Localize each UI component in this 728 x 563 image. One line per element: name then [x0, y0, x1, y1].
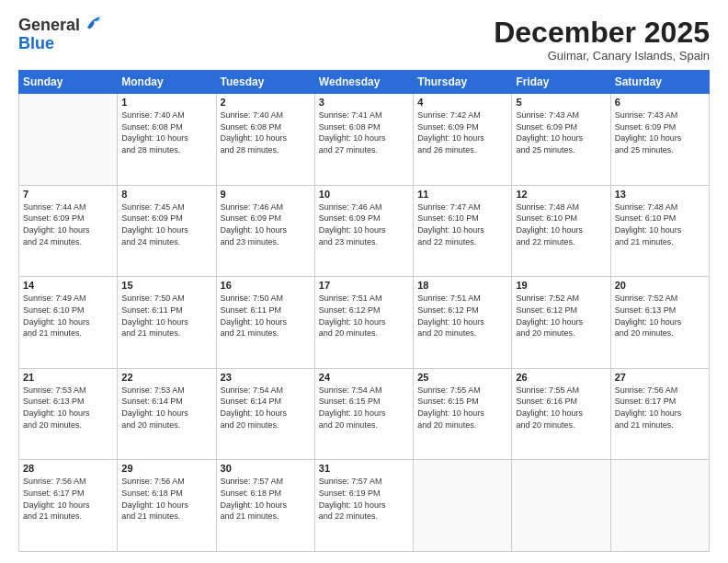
calendar-header-sunday: Sunday [19, 71, 118, 94]
header: General Blue December 2025 Guimar, Canar… [18, 17, 710, 63]
logo-general: General [18, 17, 80, 35]
day-number: 21 [23, 372, 113, 383]
calendar-header-tuesday: Tuesday [216, 71, 314, 94]
calendar-cell: 4Sunrise: 7:42 AM Sunset: 6:09 PM Daylig… [414, 94, 512, 186]
calendar-header-saturday: Saturday [610, 71, 709, 94]
day-info: Sunrise: 7:52 AM Sunset: 6:13 PM Dayligh… [615, 293, 705, 339]
day-number: 27 [615, 372, 705, 383]
month-title: December 2025 [494, 17, 710, 49]
calendar-cell: 27Sunrise: 7:56 AM Sunset: 6:17 PM Dayli… [610, 368, 709, 460]
logo-bird-icon [82, 14, 102, 34]
day-info: Sunrise: 7:53 AM Sunset: 6:13 PM Dayligh… [23, 385, 113, 431]
day-number: 25 [417, 372, 507, 383]
day-number: 30 [221, 463, 311, 474]
day-number: 22 [121, 372, 211, 383]
day-info: Sunrise: 7:54 AM Sunset: 6:14 PM Dayligh… [221, 385, 311, 431]
calendar-cell: 1Sunrise: 7:40 AM Sunset: 6:08 PM Daylig… [118, 94, 216, 186]
calendar-cell: 6Sunrise: 7:43 AM Sunset: 6:09 PM Daylig… [610, 94, 709, 186]
calendar-cell: 12Sunrise: 7:48 AM Sunset: 6:10 PM Dayli… [512, 185, 610, 277]
calendar-week-row: 21Sunrise: 7:53 AM Sunset: 6:13 PM Dayli… [19, 368, 710, 460]
calendar-cell: 25Sunrise: 7:55 AM Sunset: 6:15 PM Dayli… [414, 368, 512, 460]
calendar-cell [512, 460, 610, 552]
calendar-cell: 17Sunrise: 7:51 AM Sunset: 6:12 PM Dayli… [314, 277, 413, 369]
day-info: Sunrise: 7:56 AM Sunset: 6:17 PM Dayligh… [23, 476, 113, 522]
calendar-cell: 20Sunrise: 7:52 AM Sunset: 6:13 PM Dayli… [610, 277, 709, 369]
day-number: 11 [417, 189, 507, 200]
calendar-header-thursday: Thursday [414, 71, 512, 94]
day-info: Sunrise: 7:54 AM Sunset: 6:15 PM Dayligh… [319, 385, 409, 431]
calendar-cell: 24Sunrise: 7:54 AM Sunset: 6:15 PM Dayli… [314, 368, 413, 460]
calendar-cell: 23Sunrise: 7:54 AM Sunset: 6:14 PM Dayli… [216, 368, 314, 460]
day-info: Sunrise: 7:44 AM Sunset: 6:09 PM Dayligh… [23, 201, 113, 247]
calendar-cell: 3Sunrise: 7:41 AM Sunset: 6:08 PM Daylig… [314, 94, 413, 186]
day-number: 24 [319, 372, 409, 383]
day-info: Sunrise: 7:51 AM Sunset: 6:12 PM Dayligh… [319, 293, 409, 339]
day-info: Sunrise: 7:52 AM Sunset: 6:12 PM Dayligh… [516, 293, 606, 339]
calendar-cell: 31Sunrise: 7:57 AM Sunset: 6:19 PM Dayli… [314, 460, 413, 552]
calendar-cell: 7Sunrise: 7:44 AM Sunset: 6:09 PM Daylig… [19, 185, 118, 277]
calendar-cell [19, 94, 118, 186]
calendar-table: SundayMondayTuesdayWednesdayThursdayFrid… [18, 70, 710, 552]
calendar-cell: 26Sunrise: 7:55 AM Sunset: 6:16 PM Dayli… [512, 368, 610, 460]
day-number: 13 [615, 189, 705, 200]
day-info: Sunrise: 7:41 AM Sunset: 6:08 PM Dayligh… [319, 109, 409, 155]
day-number: 1 [121, 97, 211, 108]
day-number: 8 [121, 189, 211, 200]
calendar-cell: 18Sunrise: 7:51 AM Sunset: 6:12 PM Dayli… [414, 277, 512, 369]
day-number: 4 [417, 97, 507, 108]
day-number: 6 [615, 97, 705, 108]
day-info: Sunrise: 7:47 AM Sunset: 6:10 PM Dayligh… [417, 201, 507, 247]
calendar-week-row: 1Sunrise: 7:40 AM Sunset: 6:08 PM Daylig… [19, 94, 710, 186]
calendar-cell: 14Sunrise: 7:49 AM Sunset: 6:10 PM Dayli… [19, 277, 118, 369]
day-info: Sunrise: 7:51 AM Sunset: 6:12 PM Dayligh… [417, 293, 507, 339]
day-info: Sunrise: 7:53 AM Sunset: 6:14 PM Dayligh… [121, 385, 211, 431]
day-info: Sunrise: 7:57 AM Sunset: 6:19 PM Dayligh… [319, 476, 409, 522]
day-info: Sunrise: 7:40 AM Sunset: 6:08 PM Dayligh… [121, 109, 211, 155]
day-number: 16 [221, 280, 311, 291]
calendar-cell: 21Sunrise: 7:53 AM Sunset: 6:13 PM Dayli… [19, 368, 118, 460]
calendar-body: 1Sunrise: 7:40 AM Sunset: 6:08 PM Daylig… [19, 94, 710, 552]
calendar-header-row: SundayMondayTuesdayWednesdayThursdayFrid… [19, 71, 710, 94]
day-number: 10 [319, 189, 409, 200]
day-number: 14 [23, 280, 113, 291]
day-number: 17 [319, 280, 409, 291]
day-info: Sunrise: 7:50 AM Sunset: 6:11 PM Dayligh… [121, 293, 211, 339]
calendar-cell: 16Sunrise: 7:50 AM Sunset: 6:11 PM Dayli… [216, 277, 314, 369]
calendar-cell: 29Sunrise: 7:56 AM Sunset: 6:18 PM Dayli… [118, 460, 216, 552]
page: General Blue December 2025 Guimar, Canar… [0, 0, 728, 563]
day-info: Sunrise: 7:45 AM Sunset: 6:09 PM Dayligh… [121, 201, 211, 247]
day-info: Sunrise: 7:49 AM Sunset: 6:10 PM Dayligh… [23, 293, 113, 339]
calendar-cell: 22Sunrise: 7:53 AM Sunset: 6:14 PM Dayli… [118, 368, 216, 460]
day-info: Sunrise: 7:57 AM Sunset: 6:18 PM Dayligh… [221, 476, 311, 522]
day-info: Sunrise: 7:56 AM Sunset: 6:17 PM Dayligh… [615, 385, 705, 431]
day-number: 9 [221, 189, 311, 200]
calendar-cell: 5Sunrise: 7:43 AM Sunset: 6:09 PM Daylig… [512, 94, 610, 186]
day-number: 20 [615, 280, 705, 291]
day-number: 15 [121, 280, 211, 291]
day-number: 3 [319, 97, 409, 108]
day-info: Sunrise: 7:46 AM Sunset: 6:09 PM Dayligh… [221, 201, 311, 247]
day-info: Sunrise: 7:55 AM Sunset: 6:16 PM Dayligh… [516, 385, 606, 431]
day-info: Sunrise: 7:55 AM Sunset: 6:15 PM Dayligh… [417, 385, 507, 431]
day-info: Sunrise: 7:50 AM Sunset: 6:11 PM Dayligh… [221, 293, 311, 339]
calendar-cell: 28Sunrise: 7:56 AM Sunset: 6:17 PM Dayli… [19, 460, 118, 552]
calendar-week-row: 14Sunrise: 7:49 AM Sunset: 6:10 PM Dayli… [19, 277, 710, 369]
calendar-cell [610, 460, 709, 552]
calendar-cell: 19Sunrise: 7:52 AM Sunset: 6:12 PM Dayli… [512, 277, 610, 369]
calendar-header-monday: Monday [118, 71, 216, 94]
calendar-cell: 8Sunrise: 7:45 AM Sunset: 6:09 PM Daylig… [118, 185, 216, 277]
calendar-week-row: 7Sunrise: 7:44 AM Sunset: 6:09 PM Daylig… [19, 185, 710, 277]
calendar-cell: 30Sunrise: 7:57 AM Sunset: 6:18 PM Dayli… [216, 460, 314, 552]
day-info: Sunrise: 7:43 AM Sunset: 6:09 PM Dayligh… [516, 109, 606, 155]
day-number: 31 [319, 463, 409, 474]
day-number: 23 [221, 372, 311, 383]
calendar-cell: 9Sunrise: 7:46 AM Sunset: 6:09 PM Daylig… [216, 185, 314, 277]
location-subtitle: Guimar, Canary Islands, Spain [494, 49, 710, 63]
day-number: 28 [23, 463, 113, 474]
calendar-cell [414, 460, 512, 552]
calendar-cell: 2Sunrise: 7:40 AM Sunset: 6:08 PM Daylig… [216, 94, 314, 186]
day-info: Sunrise: 7:46 AM Sunset: 6:09 PM Dayligh… [319, 201, 409, 247]
day-info: Sunrise: 7:48 AM Sunset: 6:10 PM Dayligh… [615, 201, 705, 247]
day-info: Sunrise: 7:48 AM Sunset: 6:10 PM Dayligh… [516, 201, 606, 247]
day-info: Sunrise: 7:40 AM Sunset: 6:08 PM Dayligh… [221, 109, 311, 155]
